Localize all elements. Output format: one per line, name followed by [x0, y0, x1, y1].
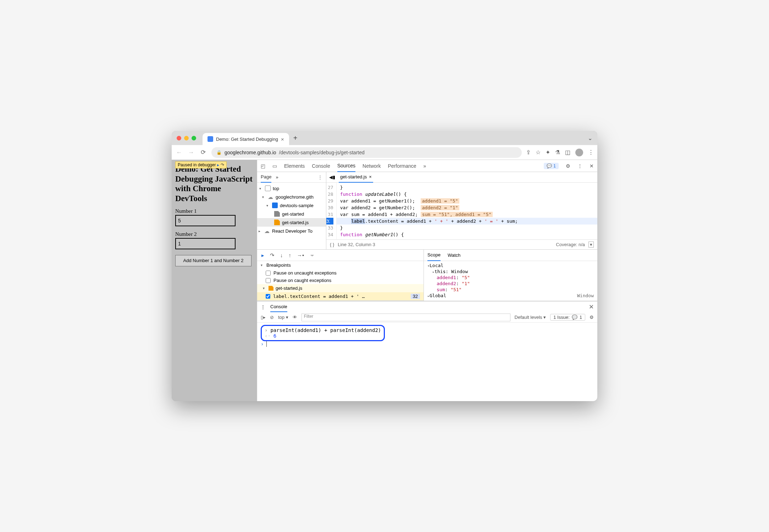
favicon: [208, 136, 213, 142]
issues-badge[interactable]: 💬 1: [544, 163, 559, 169]
clear-console-icon[interactable]: ⊘: [270, 315, 274, 320]
watch-tab[interactable]: Watch: [448, 253, 460, 258]
more-tabs-icon[interactable]: »: [424, 163, 426, 169]
bp-script-row[interactable]: ▾get-started.js: [257, 284, 424, 292]
issues-pill[interactable]: 1 Issue: 💬 1: [550, 314, 585, 321]
tree-folder[interactable]: ▾devtools-sample: [257, 201, 326, 210]
tab-network[interactable]: Network: [363, 163, 381, 169]
url-path: /devtools-samples/debug-js/get-started: [279, 150, 365, 155]
sources-navigator: Page » ⋮ ▾top ▾googlechrome.gith ▾devtoo…: [257, 172, 326, 249]
bp-code-row[interactable]: label.textContent = addend1 + ' …32: [257, 292, 424, 300]
context-selector[interactable]: top ▾: [278, 315, 288, 320]
console-prompt[interactable]: ›: [261, 341, 594, 347]
console-tab[interactable]: Console: [270, 301, 287, 312]
code-editor: ◀▮ get-started.js× 27 28 29 30 31 32 33 …: [326, 172, 597, 249]
close-window-button[interactable]: [177, 136, 181, 140]
file-tree: ▾top ▾googlechrome.gith ▾devtools-sample…: [257, 183, 326, 237]
breakpoints-header[interactable]: ▾Breakpoints: [257, 261, 424, 269]
nav-page-tab[interactable]: Page: [261, 172, 271, 183]
console-header: ⋮ Console ✕: [257, 301, 597, 312]
scope-addend2: addend2: "1": [424, 281, 597, 287]
deactivate-bp-icon[interactable]: ⫟: [310, 252, 315, 258]
profile-icon[interactable]: [575, 149, 583, 156]
share-icon[interactable]: ⇪: [526, 149, 531, 156]
inspect-icon[interactable]: ◰: [261, 163, 265, 169]
device-icon[interactable]: ▭: [272, 163, 277, 169]
highlighted-region: ›parseInt(addend1) + parseInt(addend2) ‹…: [261, 325, 385, 341]
scope-sum: sum: "51": [424, 287, 597, 293]
nav-more-icon[interactable]: »: [276, 174, 278, 180]
filter-input[interactable]: Filter: [301, 314, 510, 321]
new-tab-button[interactable]: +: [293, 134, 298, 142]
step-over-icon[interactable]: ↷: [270, 252, 275, 259]
minimize-window-button[interactable]: [184, 136, 189, 140]
paused-overlay: Paused in debugger ▸ ↷: [175, 161, 227, 168]
step-out-icon[interactable]: ↑: [289, 252, 292, 258]
content-area: Paused in debugger ▸ ↷ Demo: Get Started…: [172, 160, 597, 401]
tab-performance[interactable]: Performance: [388, 163, 416, 169]
devtools-close-icon[interactable]: ✕: [590, 163, 594, 169]
back-button[interactable]: ←: [175, 149, 183, 156]
scope-global[interactable]: ▸GlobalWindow: [424, 293, 597, 299]
resume-icon[interactable]: ▸: [261, 252, 264, 259]
pause-uncaught-checkbox[interactable]: Pause on uncaught exceptions: [257, 269, 424, 277]
scope-body: ▾Local ▸this: Window addend1: "5" addend…: [424, 261, 597, 300]
forward-button[interactable]: →: [187, 149, 195, 156]
console-menu-icon[interactable]: ⋮: [261, 304, 265, 310]
menu-icon[interactable]: ⋮: [588, 149, 594, 156]
breakpoint-line-marker[interactable]: 32: [326, 218, 333, 225]
console-close-icon[interactable]: ✕: [589, 303, 594, 311]
number2-label: Number 2: [175, 231, 253, 237]
zoom-window-button[interactable]: [192, 136, 196, 140]
live-expr-icon[interactable]: 👁: [293, 315, 297, 320]
console-sidebar-icon[interactable]: ▯▸: [261, 315, 266, 320]
add-button[interactable]: Add Number 1 and Number 2: [175, 255, 251, 266]
code-lines: } function updateLabel() { var addend1 =…: [337, 183, 597, 239]
omnibox[interactable]: 🔒 googlechrome.github.io/devtools-sample…: [211, 147, 522, 158]
debug-pane: ▸ ↷ ↓ ↑ →• ⫟ ▾Breakpoints Pause on uncau…: [257, 250, 597, 301]
reload-button[interactable]: ⟳: [199, 149, 207, 156]
step-into-icon[interactable]: ↓: [280, 252, 283, 258]
editor-tab[interactable]: get-started.js×: [339, 172, 373, 183]
scope-this[interactable]: ▸this: Window: [424, 268, 597, 275]
number1-input[interactable]: [175, 215, 236, 226]
line-gutter: 27 28 29 30 31 32 33 34: [326, 183, 337, 239]
debug-controls: ▸ ↷ ↓ ↑ →• ⫟: [257, 250, 424, 261]
tabs-dropdown-icon[interactable]: ⌄: [588, 135, 592, 142]
console-output-line: ‹·6: [265, 333, 381, 339]
settings-icon[interactable]: ⚙: [566, 163, 570, 169]
bookmark-icon[interactable]: ☆: [536, 149, 541, 156]
overlay-resume-icon[interactable]: ▸: [217, 162, 219, 167]
pause-caught-checkbox[interactable]: Pause on caught exceptions: [257, 277, 424, 284]
console-settings-icon[interactable]: ⚙: [590, 315, 594, 320]
labs-icon[interactable]: ⚗: [555, 149, 560, 156]
console-drawer: ⋮ Console ✕ ▯▸ ⊘ top ▾ 👁 Filter Default …: [257, 301, 597, 349]
devtools-menu-icon[interactable]: ⋮: [577, 163, 582, 169]
tree-file-js[interactable]: get-started.js: [257, 218, 326, 227]
step-icon[interactable]: →•: [297, 252, 304, 258]
number2-input[interactable]: [175, 238, 236, 249]
browser-tab[interactable]: Demo: Get Started Debugging ×: [203, 133, 289, 145]
nav-menu-icon[interactable]: ⋮: [318, 174, 322, 180]
pretty-print-icon[interactable]: { }: [330, 242, 334, 247]
tab-sources[interactable]: Sources: [337, 160, 355, 172]
scope-local[interactable]: ▾Local: [424, 262, 597, 268]
address-bar: ← → ⟳ 🔒 googlechrome.github.io/devtools-…: [172, 145, 597, 160]
tree-top[interactable]: ▾top: [257, 184, 326, 193]
sidepanel-icon[interactable]: ◫: [565, 149, 570, 156]
toggle-nav-icon[interactable]: ◀▮: [329, 174, 335, 180]
tab-console[interactable]: Console: [312, 163, 330, 169]
log-levels-select[interactable]: Default levels ▾: [515, 315, 546, 320]
status-dropdown-icon[interactable]: ▾: [588, 242, 594, 248]
overlay-step-icon[interactable]: ↷: [221, 162, 224, 167]
tree-file-html[interactable]: get-started: [257, 210, 326, 218]
tree-ext[interactable]: ▸React Developer To: [257, 227, 326, 235]
extensions-icon[interactable]: ✦: [546, 149, 550, 156]
tree-domain[interactable]: ▾googlechrome.gith: [257, 193, 326, 201]
scope-tab[interactable]: Scope: [427, 250, 441, 261]
toolbar-right: ⇪ ☆ ✦ ⚗ ◫ ⋮: [526, 149, 594, 156]
close-tab-icon[interactable]: ×: [281, 136, 284, 142]
tab-elements[interactable]: Elements: [284, 163, 305, 169]
code-view[interactable]: 27 28 29 30 31 32 33 34 } function updat…: [326, 183, 597, 239]
close-file-icon[interactable]: ×: [369, 174, 372, 179]
